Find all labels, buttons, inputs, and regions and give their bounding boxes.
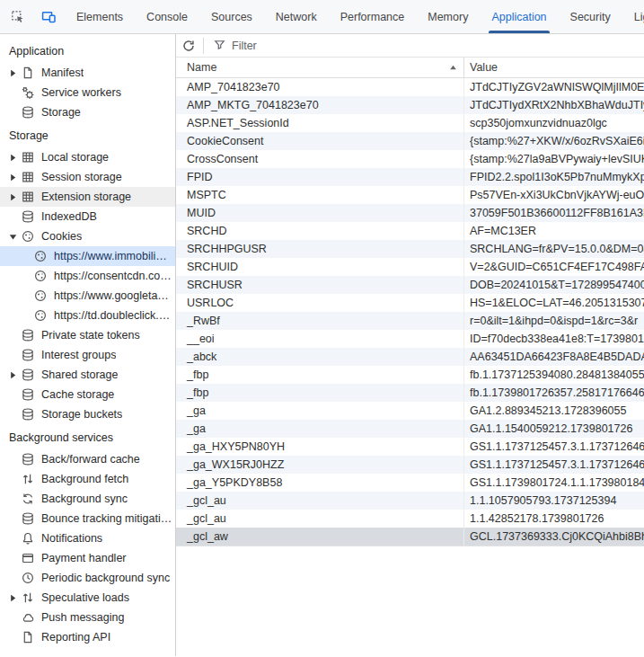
sidebar-item-interest-groups[interactable]: Interest groups [0,345,175,365]
table-row-asp-net-sessionid[interactable]: ASP.NET_SessionIdscp350jomxunzvidnuaz0lg… [176,114,644,132]
sidebar-item-https-www-immobili[interactable]: https://www.immobili… [0,246,175,266]
sidebar-item-https-consentcdn-co[interactable]: https://consentcdn.co… [0,266,175,286]
tab-lighthouse[interactable]: Lighthouse [622,0,644,33]
sidebar-item-https-td-doubleclick[interactable]: https://td.doubleclick.… [0,306,175,325]
table-row-ga-y5pkdy8b58[interactable]: _ga_Y5PKDY8B58GS1.1.1739801724.1.1.17398… [176,474,644,492]
table-row-rwbf[interactable]: _RwBfr=0&ilt=1&ihpd=0&ispd=1&rc=3&r [176,312,644,330]
table-row-amp-mktg-7041823e70[interactable]: AMP_MKTG_7041823e70JTdCJTIydXRtX2NhbXBha… [176,96,644,114]
refresh-button[interactable] [176,35,201,57]
chevron-right-icon[interactable] [7,369,19,381]
sidebar-item-background-fetch[interactable]: Background fetch [0,469,175,489]
sidebar-item-push-messaging[interactable]: Push messaging [0,608,175,627]
table-row-fpid[interactable]: FPIDFPID2.2.spol1I3oK5Pb7nuMmykXpjA6 [176,168,644,186]
table-row-srchhpgusr[interactable]: SRCHHPGUSRSRCHLANG=fr&PV=15.0.0&DM=0&B [176,240,644,258]
table-row-amp-7041823e70[interactable]: AMP_7041823e70JTdCJTIyZGV2aWNlSWQlMjIlM0… [176,78,644,96]
tab-sources[interactable]: Sources [199,0,264,33]
cookie-name-cell: _fbp [176,384,463,402]
sidebar-item-back-forward-cache[interactable]: Back/forward cache [0,449,175,469]
tab-application[interactable]: Application [480,0,558,33]
sidebar-item-reporting-api[interactable]: Reporting API [0,627,175,647]
table-row-cookieconsent[interactable]: CookieConsent{stamp:%27+XKW/x/6ozRvSXaiE… [176,132,644,150]
section-title-application: Application [0,38,175,63]
sidebar-item-notifications[interactable]: Notifications [0,528,175,548]
database-icon [21,368,35,382]
cookie-value-cell: 1.1.42852178.1739801726 [463,510,644,528]
sidebar-item-storage-buckets[interactable]: Storage buckets [0,404,175,424]
cookie-table-header: Name Value [176,58,644,78]
arrow-spacer [20,290,31,302]
cookie-name-cell: FPID [176,168,463,186]
sidebar-item-local-storage[interactable]: Local storage [0,147,175,167]
table-row-ga[interactable]: _gaGA1.1.1540059212.1739801726 [176,420,644,438]
table-row-fbp[interactable]: _fbpfb.1.1739801726357.25817176646978 [176,384,644,402]
sidebar-item-speculative-loads[interactable]: Speculative loads [0,588,175,608]
chevron-right-icon[interactable] [7,172,19,183]
sidebar-item-periodic-background-sync[interactable]: Periodic background sync [0,568,175,588]
tab-performance[interactable]: Performance [329,0,417,33]
sidebar-item-payment-handler[interactable]: Payment handler [0,548,175,568]
tab-memory[interactable]: Memory [416,0,480,33]
sidebar-item-cache-storage[interactable]: Cache storage [0,385,175,404]
device-toolbar-icon[interactable] [38,6,59,28]
cookie-name-cell: _ga_Y5PKDY8B58 [176,474,463,492]
table-row-srchuid[interactable]: SRCHUIDV=2&GUID=C651CF4EF17C498FA7CA [176,258,644,276]
sidebar-item-service-workers[interactable]: Service workers [0,83,175,102]
arrow-spacer [7,573,19,584]
sidebar-item-storage[interactable]: Storage [0,102,175,122]
table-row-gcl-au[interactable]: _gcl_au1.1.1057905793.1737125394 [176,492,644,510]
table-row-gcl-aw[interactable]: _gcl_awGCL.1737369333.Cj0KCQiAhbi8BhDIA [176,528,644,546]
inspect-icon[interactable] [7,6,29,28]
cookie-name-cell: _ga [176,402,463,420]
column-header-value[interactable]: Value [463,58,644,77]
sidebar-item-private-state-tokens[interactable]: Private state tokens [0,325,175,345]
toolbar-separator [203,38,204,54]
sidebar-item-label: Back/forward cache [41,453,140,466]
sidebar-item-background-sync[interactable]: Background sync [0,489,175,509]
cloud-icon [21,610,35,625]
cookie-name-cell: _gcl_au [176,510,463,528]
table-row-muid[interactable]: MUID37059F501B36600112FF8B161A3D61 [176,204,644,222]
table-row-crossconsent[interactable]: CrossConsent{stamp:%27la9aBVPywaiy+levSI… [176,150,644,168]
chevron-right-icon[interactable] [7,592,19,604]
table-row-abck[interactable]: _abckAA63451DA66423F8A8E4B5DADAF27 [176,348,644,366]
table-row-eoi[interactable]: __eoiID=f70decb338ea41e8:T=173980172 [176,330,644,348]
tab-console[interactable]: Console [135,0,199,33]
cookie-value-cell: GA1.2.889345213.1728396055 [463,402,644,420]
table-row-msptc[interactable]: MSPTCPs57VEn-xXi3UkCbnVjkAYWj-euOShk [176,186,644,204]
arrow-spacer [7,493,19,505]
sidebar-item-manifest[interactable]: Manifest [0,63,175,83]
card-icon [21,551,35,565]
column-header-name[interactable]: Name [176,58,463,77]
sidebar-item-cookies[interactable]: Cookies [0,226,175,246]
tab-elements[interactable]: Elements [65,0,135,33]
table-row-ga-hxy5pn80yh[interactable]: _ga_HXY5PN80YHGS1.1.1737125457.3.1.17371… [176,438,644,456]
chevron-right-icon[interactable] [7,152,19,164]
sidebar-item-shared-storage[interactable]: Shared storage [0,365,175,385]
chevron-right-icon[interactable] [7,67,19,79]
table-row-gcl-au[interactable]: _gcl_au1.1.42852178.1739801726 [176,510,644,528]
table-row-ga[interactable]: _gaGA1.2.889345213.1728396055 [176,402,644,420]
sidebar-item-session-storage[interactable]: Session storage [0,167,175,187]
filter-input[interactable] [232,40,644,52]
sidebar-item-indexeddb[interactable]: IndexedDB [0,207,175,226]
table-row-srchd[interactable]: SRCHDAF=MC13ER [176,222,644,240]
table-row-fbp[interactable]: _fbpfb.1.1737125394080.28481384055247 [176,366,644,384]
table-row-usrloc[interactable]: USRLOCHS=1&ELOC=LAT=46.205131530761 [176,294,644,312]
table-row-ga-wx15rj0hzz[interactable]: _ga_WX15RJ0HZZGS1.1.1737125457.3.1.17371… [176,456,644,474]
sidebar-item-bounce-tracking-mitigati[interactable]: Bounce tracking mitigati… [0,509,175,528]
cookie-name-cell: SRCHUID [176,258,463,276]
sidebar-item-https-www-googleta[interactable]: https://www.googleta… [0,286,175,306]
updown-icon [21,472,35,486]
sidebar-item-extension-storage[interactable]: Extension storage [0,187,175,207]
cookie-name-cell: _ga_HXY5PN80YH [176,438,463,456]
cookie-value-cell: DOB=20241015&T=1728995474000& [463,276,644,294]
arrow-spacer [7,513,19,525]
table-row-srchusr[interactable]: SRCHUSRDOB=20241015&T=1728995474000& [176,276,644,294]
tab-security[interactable]: Security [559,0,622,33]
cookie-name-cell: AMP_MKTG_7041823e70 [176,96,463,114]
tabbar-icon-group [0,0,65,33]
chevron-down-icon[interactable] [7,231,19,243]
database-icon [21,328,35,342]
chevron-right-icon[interactable] [7,191,19,203]
tab-network[interactable]: Network [264,0,329,33]
